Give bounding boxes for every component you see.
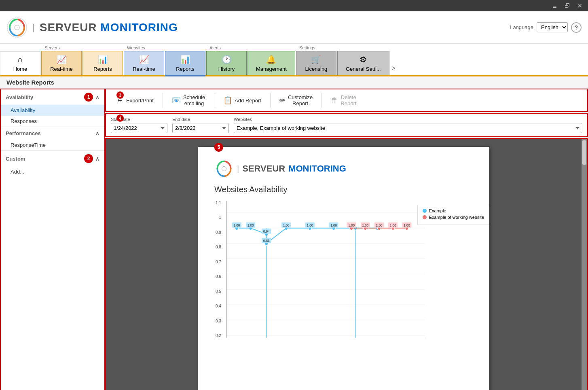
report-logo-area: | SERVEUR MONITORING [214, 159, 473, 178]
servers-label: Servers [41, 44, 124, 51]
start-date-select[interactable]: 1/24/2022 [111, 123, 167, 133]
svg-point-1 [15, 25, 19, 30]
legend-dot-blue [423, 209, 427, 213]
logo-icon [6, 17, 27, 38]
logo-text: SERVEUR MONITORING [40, 21, 178, 34]
nav-websites-realtime[interactable]: 📈 Real-time [124, 51, 164, 75]
performances-label: Performances [6, 130, 41, 136]
schedule-email-button[interactable]: 📧 Schedule emailing [166, 92, 211, 109]
language-label: Language [510, 24, 533, 30]
sidebar-performances-header[interactable]: Performances ∧ [1, 127, 104, 140]
chart-svg: 1.00 1.00 0.94 0.81 1.00 1.00 [227, 201, 425, 338]
websites-group: Websites 📈 Real-time 📊 Reports [124, 44, 206, 75]
alerts-management-icon: 🔔 [266, 55, 276, 64]
end-date-select[interactable]: 2/8/2022 [172, 123, 229, 133]
schedule-icon: 📧 [172, 96, 181, 105]
title-bar: 🗕 🗗 ✕ [0, 0, 588, 11]
sidebar-section-custom: Custom 2 ∧ Add... [1, 151, 104, 390]
divider-4 [321, 93, 322, 108]
svg-text:0.94: 0.94 [263, 229, 270, 233]
customize-report-button[interactable]: ✏ Customize Report [274, 92, 318, 109]
svg-text:1.00: 1.00 [348, 223, 355, 227]
websites-label: Websites [124, 44, 206, 51]
nav-settings-licensing[interactable]: 🛒 Licensing [296, 51, 336, 75]
custom-collapse-icon: ∧ [95, 156, 99, 162]
toolbar: 🖨 Export/Print 3 📧 Schedule emailing 📋 A… [105, 89, 588, 112]
sidebar-badge-1: 1 [84, 93, 93, 102]
performances-collapse-icon: ∧ [95, 130, 99, 136]
sidebar-item-responses[interactable]: Responses [1, 116, 104, 127]
svg-text:1.00: 1.00 [362, 223, 368, 227]
navigation: ⌂ Home Servers 📈 Real-time 📊 Reports Web… [0, 44, 588, 76]
header-right: Language English ? [510, 22, 582, 33]
svg-text:1.00: 1.00 [330, 223, 337, 227]
scrollbar-thumb[interactable] [582, 140, 586, 165]
chart-legend: Example Example of working website [417, 205, 489, 225]
legend-item-example: Example [423, 208, 484, 213]
report-logo-monitoring: MONITORING [288, 163, 346, 174]
legend-label-example-working: Example of working website [429, 215, 484, 220]
nav-servers-reports[interactable]: 📊 Reports [82, 51, 123, 75]
nav-servers-realtime[interactable]: 📈 Real-time [41, 51, 82, 75]
toolbar-badge-4: 4 [116, 114, 124, 122]
preview-scrollbar[interactable] [582, 139, 587, 390]
general-settings-icon: ⚙ [360, 55, 367, 64]
svg-text:0.81: 0.81 [263, 238, 270, 243]
licensing-icon: 🛒 [311, 55, 321, 64]
nav-alerts-history[interactable]: 🕐 History [206, 51, 247, 75]
logo-area: | SERVEUR MONITORING [6, 17, 510, 38]
svg-point-2 [222, 166, 226, 171]
nav-alerts-management[interactable]: 🔔 Management [247, 51, 295, 75]
svg-text:1.00: 1.00 [247, 223, 254, 227]
svg-text:1.00: 1.00 [234, 223, 240, 227]
report-preview: 5 | SERVEUR MONITORING [105, 138, 588, 390]
divider-3 [270, 93, 271, 108]
nav-websites-reports[interactable]: 📊 Reports [165, 51, 205, 76]
restore-button[interactable]: 🗗 [562, 2, 573, 10]
svg-text:1.00: 1.00 [283, 223, 290, 227]
servers-reports-icon: 📊 [98, 55, 108, 64]
websites-filter-label: Websites [234, 117, 582, 122]
svg-text:1.00: 1.00 [390, 223, 396, 227]
websites-select[interactable]: Example, Example of working website [234, 123, 582, 133]
nav-settings-general[interactable]: ⚙ General Setti... [337, 51, 389, 75]
servers-group: Servers 📈 Real-time 📊 Reports [41, 44, 124, 75]
end-date-group: End date 2/8/2022 [172, 117, 229, 133]
custom-label: Custom [6, 156, 25, 162]
language-select[interactable]: English [537, 22, 568, 32]
close-button[interactable]: ✕ [575, 2, 585, 10]
minimize-button[interactable]: 🗕 [549, 2, 560, 10]
report-logo-serveur: SERVEUR [242, 163, 285, 174]
page-title: Website Reports [0, 76, 588, 89]
nav-home[interactable]: ⌂ Home [0, 51, 40, 76]
servers-realtime-icon: 📈 [57, 55, 67, 64]
report-preview-inner[interactable]: 5 | SERVEUR MONITORING [106, 139, 582, 390]
alerts-history-icon: 🕐 [222, 55, 232, 64]
report-logo-icon [214, 159, 234, 178]
sidebar-item-add[interactable]: Add... [1, 166, 104, 177]
sidebar-section-availability: Availability 1 ∧ Availability Responses [1, 89, 104, 127]
sidebar-availability-header[interactable]: Availability 1 ∧ [1, 89, 104, 105]
add-report-button[interactable]: 📋 Add Report [218, 93, 267, 107]
svg-text:1.00: 1.00 [307, 223, 313, 227]
nav-more[interactable]: > [390, 65, 396, 75]
alerts-label: Alerts [206, 44, 296, 51]
legend-label-example: Example [429, 208, 446, 213]
sidebar-item-responsetime[interactable]: ResponseTime [1, 140, 104, 150]
svg-text:1.00: 1.00 [376, 223, 383, 227]
report-page: | SERVEUR MONITORING Websites Availabili… [198, 147, 489, 390]
sidebar-badge-2: 2 [84, 154, 93, 163]
filter-badge-wrap: Start date 1/24/2022 4 [111, 117, 167, 133]
sidebar-item-availability[interactable]: Availability [1, 105, 104, 116]
preview-badge-5: 5 [214, 143, 223, 152]
delete-report-button[interactable]: 🗑 Delete Report [325, 92, 362, 109]
sidebar-custom-header[interactable]: Custom 2 ∧ [1, 151, 104, 166]
home-icon: ⌂ [18, 55, 23, 64]
end-date-label: End date [172, 117, 229, 122]
settings-label: Settings [296, 44, 390, 51]
sidebar: Availability 1 ∧ Availability Responses … [0, 89, 105, 390]
header: | SERVEUR MONITORING Language English ? [0, 11, 588, 44]
settings-group: Settings 🛒 Licensing ⚙ General Setti... [296, 44, 390, 75]
websites-realtime-icon: 📈 [139, 55, 149, 64]
help-button[interactable]: ? [571, 22, 582, 33]
